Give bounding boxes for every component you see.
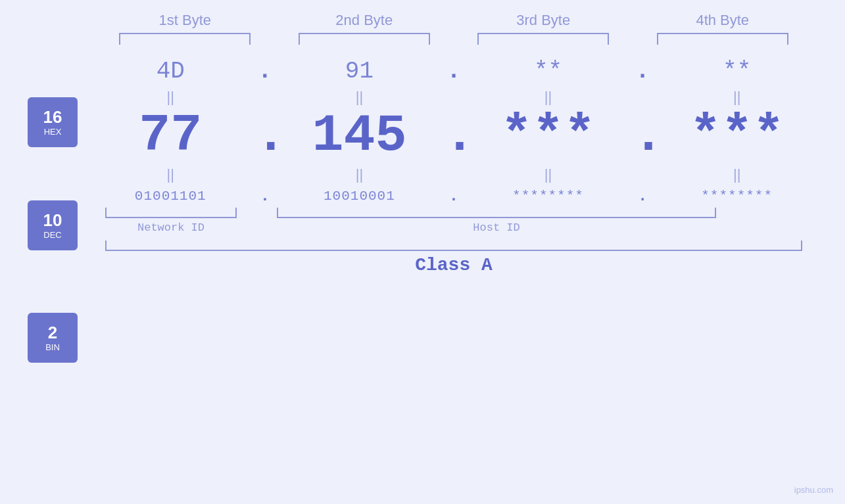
bottom-id-brackets: Network ID Host ID [95,208,812,234]
hex-badge: 16 HEX [28,97,78,147]
hex-label: HEX [44,127,62,137]
bin-badge: 2 BIN [28,313,78,363]
bin-dot3: . [633,187,652,205]
dec-b4: *** [671,110,803,162]
watermark: ipshu.com [794,485,833,495]
bin-b2: 10010001 [293,189,425,204]
dec-b3: *** [483,110,614,162]
dec-b1: 77 [105,110,236,162]
dec-b2: 145 [293,110,425,162]
class-section: Class A [95,241,812,275]
hex-b2: 91 [293,58,425,85]
dec-dot3: . [633,110,652,162]
hex-dot2: . [444,58,464,85]
dec-dot1: . [255,110,275,162]
dec-badge: 10 DEC [28,200,78,250]
dec-label: DEC [43,230,61,240]
hex-num: 16 [43,108,62,126]
top-brackets [95,33,812,45]
bin-num: 2 [48,324,57,341]
dec-row: 77 . 145 . *** . *** [95,110,812,162]
bin-b1: 01001101 [105,189,236,204]
header-byte1: 1st Byte [106,12,264,29]
header-byte2: 2nd Byte [285,12,443,29]
class-a-label: Class A [415,255,493,275]
hex-dot3: . [633,58,652,85]
hex-b4: ** [671,58,803,85]
equals-row-2: || || || || [95,166,812,183]
bin-b4: ******** [671,189,803,204]
byte-headers: 1st Byte 2nd Byte 3rd Byte 4th Byte [95,0,812,29]
bin-dot2: . [444,187,464,205]
bin-label: BIN [45,342,60,352]
bin-row: 01001101 . 10010001 . ******** . *******… [95,187,812,205]
hex-dot1: . [255,58,275,85]
host-id-label: Host ID [473,221,519,234]
hex-row: 4D . 91 . ** . ** [95,58,812,85]
header-byte4: 4th Byte [644,12,802,29]
dec-dot2: . [444,110,464,162]
header-byte3: 3rd Byte [464,12,622,29]
hex-b3: ** [483,58,614,85]
bin-dot1: . [255,187,275,205]
bin-b3: ******** [483,189,614,204]
dec-num: 10 [43,212,62,229]
network-id-label: Network ID [137,221,205,234]
hex-b1: 4D [105,58,236,85]
equals-row-1: || || || || [95,89,812,106]
